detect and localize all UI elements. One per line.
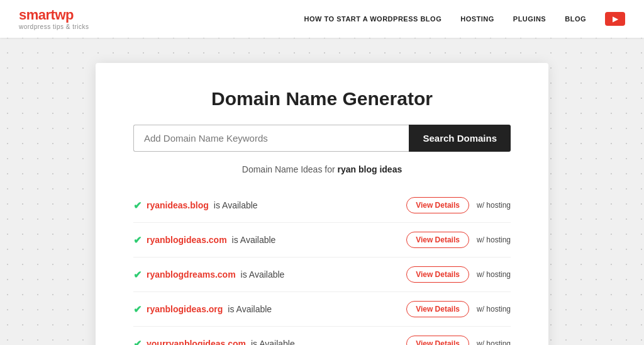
main-nav: HOW TO START A WORDPRESS BLOG HOSTING PL… [304, 12, 625, 26]
available-text-4: is Available [251, 339, 295, 345]
hosting-link-3[interactable]: w/ hosting [477, 305, 511, 314]
domain-name-0: ryanideas.blog [147, 200, 209, 210]
subtitle-query: ryan blog ideas [338, 164, 402, 174]
check-icon-1: ✔ [133, 234, 142, 246]
domain-right-3: View Details w/ hosting [406, 301, 511, 317]
domain-right-4: View Details w/ hosting [406, 336, 511, 345]
available-text-2: is Available [241, 269, 285, 280]
search-button[interactable]: Search Domains [409, 125, 511, 152]
youtube-button[interactable]: ▶ [605, 12, 625, 26]
search-input[interactable] [133, 125, 409, 152]
available-text-1: is Available [232, 235, 276, 245]
logo-bold: smart [19, 7, 55, 23]
logo-subtitle: wordpress tips & tricks [19, 23, 89, 30]
domain-row: ✔ ryanblogdreams.com is Available View D… [133, 257, 511, 292]
domain-list: ✔ ryanideas.blog is Available View Detai… [133, 188, 511, 345]
domain-left-1: ✔ ryanblogideas.com is Available [133, 234, 275, 246]
hosting-link-4[interactable]: w/ hosting [477, 339, 511, 345]
view-details-button-4[interactable]: View Details [406, 336, 469, 345]
check-icon-3: ✔ [133, 303, 142, 315]
hosting-link-2[interactable]: w/ hosting [477, 270, 511, 279]
domain-left-4: ✔ yourryanblogideas.com is Available [133, 338, 295, 346]
logo-accent: wp [55, 7, 74, 23]
view-details-button-2[interactable]: View Details [406, 266, 469, 283]
domain-row: ✔ ryanblogideas.org is Available View De… [133, 292, 511, 327]
nav-blog[interactable]: BLOG [565, 15, 586, 23]
domain-row: ✔ ryanblogideas.com is Available View De… [133, 223, 511, 257]
domain-name-1: ryanblogideas.com [147, 235, 227, 245]
domain-name-2: ryanblogdreams.com [147, 269, 236, 280]
domain-row: ✔ yourryanblogideas.com is Available Vie… [133, 327, 511, 345]
logo-text: smartwp [19, 8, 89, 22]
nav-how-to-start[interactable]: HOW TO START A WORDPRESS BLOG [304, 15, 442, 23]
logo: smartwp wordpress tips & tricks [19, 8, 89, 30]
site-header: smartwp wordpress tips & tricks HOW TO S… [0, 0, 644, 38]
domain-left-0: ✔ ryanideas.blog is Available [133, 200, 258, 212]
nav-plugins[interactable]: PLUGINS [513, 15, 546, 23]
check-icon-4: ✔ [133, 338, 142, 346]
results-subtitle: Domain Name Ideas for ryan blog ideas [133, 164, 511, 174]
subtitle-prefix: Domain Name Ideas for [242, 164, 338, 174]
hosting-link-0[interactable]: w/ hosting [477, 201, 511, 210]
domain-name-3: ryanblogideas.org [147, 304, 223, 314]
view-details-button-1[interactable]: View Details [406, 232, 469, 248]
domain-name-4: yourryanblogideas.com [147, 339, 246, 345]
domain-right-1: View Details w/ hosting [406, 232, 511, 248]
view-details-button-3[interactable]: View Details [406, 301, 469, 317]
domain-row: ✔ ryanideas.blog is Available View Detai… [133, 188, 511, 223]
search-row: Search Domains [133, 125, 511, 152]
view-details-button-0[interactable]: View Details [406, 197, 469, 213]
generator-card: Domain Name Generator Search Domains Dom… [96, 63, 548, 345]
available-text-3: is Available [228, 304, 272, 314]
check-icon-2: ✔ [133, 269, 142, 281]
hosting-link-1[interactable]: w/ hosting [477, 235, 511, 244]
main-content: Domain Name Generator Search Domains Dom… [0, 38, 644, 345]
domain-left-2: ✔ ryanblogdreams.com is Available [133, 269, 284, 281]
available-text-0: is Available [214, 200, 258, 210]
domain-right-2: View Details w/ hosting [406, 266, 511, 283]
page-title: Domain Name Generator [133, 88, 511, 110]
nav-hosting[interactable]: HOSTING [460, 15, 494, 23]
check-icon-0: ✔ [133, 200, 142, 212]
domain-left-3: ✔ ryanblogideas.org is Available [133, 303, 272, 315]
domain-right-0: View Details w/ hosting [406, 197, 511, 213]
